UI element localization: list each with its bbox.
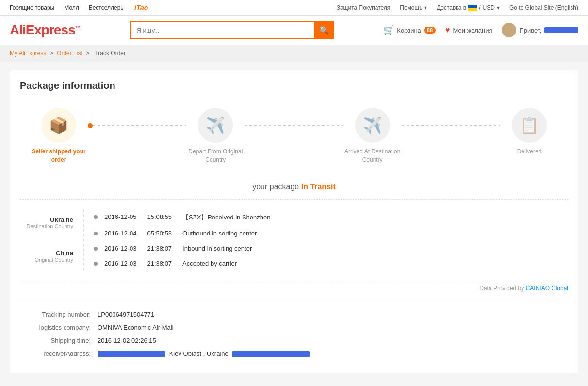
help-link[interactable]: Помощь ▾ [400, 4, 427, 11]
delivery-region[interactable]: Доставка в / USD ▾ [437, 4, 500, 11]
status-prefix: your package [252, 183, 299, 191]
event-row: 2016-12-05 15:08:55 【SZX】Received in She… [94, 209, 568, 226]
greeting-text: Привет, [519, 27, 541, 34]
step-1-label: Seller shipped your order [30, 148, 88, 164]
event-3-time: 21:38:07 [147, 245, 172, 252]
event-1-desc: 【SZX】Received in Shenzhen [182, 213, 270, 222]
logistics-label: logistics company: [20, 324, 98, 331]
event-4-desc: Accepted by carrier [182, 260, 237, 267]
china-location: China Original Country [20, 250, 73, 263]
location-column: Ukraine Destination Country China Origin… [20, 209, 83, 271]
connector-2 [245, 108, 343, 126]
breadcrumb-current: Track Order [95, 50, 126, 57]
events-column: 2016-12-05 15:08:55 【SZX】Received in She… [83, 209, 568, 271]
step-delivered: 📋 Delivered [500, 108, 558, 156]
breadcrumb-my-aliexpress[interactable]: My AliExpress [10, 50, 46, 57]
event-3-desc: Inbound in sorting center [182, 245, 252, 252]
search-input[interactable] [130, 21, 314, 39]
buyer-protection-link[interactable]: Защита Покупателя [337, 4, 391, 11]
mall-link[interactable]: Молл [64, 4, 79, 11]
shipping-time-row: Shipping time: 2016-12-02 02:26:15 [20, 337, 568, 344]
step-3-label: Arrived At Destination Country [343, 148, 402, 164]
event-row: 2016-12-03 21:38:07 Accepted by carrier [94, 256, 568, 271]
logistics-value: OMNIVA Economic Air Mail [98, 324, 174, 331]
ukraine-flag-icon [468, 5, 477, 11]
step-depart: ✈️ Depart From Original Country [186, 108, 245, 164]
event-dot-3 [94, 247, 98, 251]
package-card: Package information 📦 Seller shipped you… [10, 70, 578, 373]
heart-icon: ♥ [445, 26, 450, 34]
hot-deals-link[interactable]: Горящие товары [10, 4, 54, 11]
search-bar: 🔍 [130, 21, 334, 39]
itao-logo: iTao [134, 4, 148, 12]
cainiao-link[interactable]: CAINIAO Global [526, 285, 568, 292]
top-navigation: Горящие товары Молл Бестселлеры iTao Защ… [0, 0, 588, 16]
shipping-time-value: 2016-12-02 02:26:15 [98, 337, 156, 344]
site-header: AliExpress™ 🔍 🛒 Корзина 88 ♥ Мои желания… [0, 16, 588, 45]
aliexpress-logo: AliExpress™ [10, 22, 80, 38]
shipping-time-label: Shipping time: [20, 337, 98, 344]
step-4-label: Delivered [517, 148, 542, 156]
event-4-time: 21:38:07 [147, 260, 172, 267]
tracking-number-value: LP00064971504771 [98, 311, 154, 318]
user-menu[interactable]: Привет, [502, 23, 578, 37]
event-row: 2016-12-04 05:50:53 Outbound in sorting … [94, 226, 568, 241]
breadcrumb-order-list[interactable]: Order List [57, 50, 82, 57]
event-2-time: 05:50:53 [147, 230, 172, 237]
tracking-events: Ukraine Destination Country China Origin… [20, 209, 568, 271]
event-2-date: 2016-12-04 [104, 230, 137, 237]
event-1-date: 2016-12-05 [104, 213, 137, 220]
cart-label: Корзина [397, 27, 421, 34]
event-1-time: 15:08:55 [147, 213, 172, 220]
breadcrumb-separator-1: > [50, 50, 55, 57]
receiver-address-row: receiverAddress: Kiev Oblast , Ukraine [20, 350, 568, 357]
data-provided: Data Provided by CAINIAO Global [20, 280, 568, 292]
top-nav-right: Защита Покупателя Помощь ▾ Доставка в / … [337, 4, 578, 11]
package-details: Tracking number: LP00064971504771 logist… [20, 302, 568, 357]
step-seller-shipped: 📦 Seller shipped your order [30, 108, 88, 164]
status-value: In Transit [301, 183, 336, 191]
breadcrumb: My AliExpress > Order List > Track Order [0, 45, 588, 62]
event-dot-4 [94, 262, 98, 266]
receiver-label: receiverAddress: [20, 350, 98, 357]
event-dot-2 [94, 232, 98, 235]
step-2-label: Depart From Original Country [186, 148, 245, 164]
step-4-icon: 📋 [512, 108, 547, 143]
global-site-link[interactable]: Go to Global Site (English) [509, 4, 578, 11]
page-title: Package information [20, 80, 568, 91]
wishlist-button[interactable]: ♥ Мои желания [445, 26, 492, 34]
search-icon: 🔍 [319, 26, 329, 35]
cart-badge: 88 [424, 27, 436, 34]
header-actions: 🛒 Корзина 88 ♥ Мои желания Привет, [383, 23, 578, 37]
address-blurred-2 [232, 351, 310, 357]
main-content: Package information 📦 Seller shipped you… [0, 62, 588, 381]
event-4-date: 2016-12-03 [104, 260, 137, 267]
event-dot-1 [94, 215, 98, 219]
step-2-icon: ✈️ [198, 108, 233, 143]
bestsellers-link[interactable]: Бестселлеры [89, 4, 125, 11]
cart-button[interactable]: 🛒 Корзина 88 [383, 25, 436, 35]
address-city: Kiev Oblast , Ukraine [169, 350, 229, 357]
search-button[interactable]: 🔍 [314, 21, 334, 39]
cart-icon: 🛒 [383, 25, 394, 35]
event-3-date: 2016-12-03 [104, 245, 137, 252]
logistics-row: logistics company: OMNIVA Economic Air M… [20, 324, 568, 331]
data-provided-label: Data Provided by [479, 285, 524, 292]
step-1-icon: 📦 [41, 108, 76, 143]
receiver-address-value: Kiev Oblast , Ukraine [98, 350, 310, 357]
ukraine-location: Ukraine Destination Country [20, 216, 73, 229]
top-nav-left: Горящие товары Молл Бестселлеры iTao [10, 4, 148, 12]
event-2-desc: Outbound in sorting center [182, 230, 257, 237]
username-blurred [544, 27, 578, 33]
transit-status: your package In Transit [20, 183, 568, 200]
breadcrumb-separator-2: > [86, 50, 91, 57]
step-3-icon: ✈️ [355, 108, 390, 143]
tracking-number-label: Tracking number: [20, 311, 98, 318]
address-blurred-1 [98, 351, 165, 357]
connector-1 [88, 108, 186, 126]
tracking-number-row: Tracking number: LP00064971504771 [20, 311, 568, 318]
avatar [502, 23, 516, 37]
connector-3 [402, 108, 500, 126]
wishlist-label: Мои желания [453, 27, 492, 34]
step-arrived: ✈️ Arrived At Destination Country [343, 108, 402, 164]
